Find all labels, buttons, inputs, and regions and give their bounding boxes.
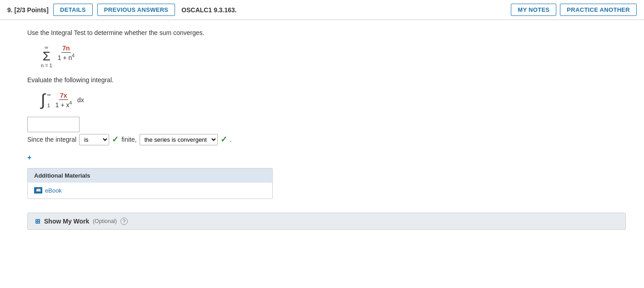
integral-limits: ∞ 1 <box>47 92 51 108</box>
check1-icon: ✓ <box>112 134 119 144</box>
summation-symbol: ∞ Σ n = 1 <box>41 45 52 68</box>
expand-icon: ⊞ <box>35 218 40 225</box>
answer-box-container <box>27 117 626 132</box>
plus-expand-link[interactable]: + <box>27 154 31 162</box>
show-my-work-section[interactable]: ⊞ Show My Work (Optional) ? <box>27 213 626 230</box>
question-label: 9. [2/3 Points] <box>7 6 49 14</box>
additional-materials-header: Additional Materials <box>28 169 272 183</box>
help-icon[interactable]: ? <box>120 218 128 225</box>
summation-block: ∞ Σ n = 1 7n 1 + n4 <box>41 45 626 68</box>
my-notes-button[interactable]: MY NOTES <box>511 4 556 16</box>
since-text: Since the integral <box>27 136 76 143</box>
finite-text: finite, <box>121 136 136 143</box>
show-my-work-label: Show My Work <box>44 218 89 225</box>
integral-instruction: Evaluate the following integral. <box>27 76 626 84</box>
previous-answers-button[interactable]: PREVIOUS ANSWERS <box>97 4 175 16</box>
ebook-link[interactable]: 📖 eBook <box>34 187 266 194</box>
summation-fraction: 7n 1 + n4 <box>57 45 75 61</box>
answer-input[interactable] <box>27 117 80 132</box>
show-my-work-optional: (Optional) <box>93 218 117 224</box>
integral-fraction: 7x 1 + x4 <box>55 92 73 109</box>
details-button[interactable]: DETAILS <box>53 4 93 16</box>
additional-materials-body: 📖 eBook <box>28 183 272 199</box>
dx-label: dx <box>77 96 84 104</box>
integral-expression: ∫ ∞ 1 7x 1 + x4 dx <box>41 92 84 109</box>
int-denominator: 1 + x4 <box>55 100 73 109</box>
integral-block: ∫ ∞ 1 7x 1 + x4 dx <box>41 92 626 109</box>
practice-another-button[interactable]: PRACTICE ANOTHER <box>560 4 637 16</box>
sigma-lower: n = 1 <box>41 63 52 68</box>
problem-statement: Use the Integral Test to determine wheth… <box>27 29 626 36</box>
ebook-label: eBook <box>45 187 62 194</box>
additional-materials-section: Additional Materials 📖 eBook <box>27 168 273 199</box>
sigma-symbol: Σ <box>43 50 50 63</box>
sum-numerator: 7n <box>61 45 70 53</box>
content-area: Use the Integral Test to determine wheth… <box>0 20 644 239</box>
series-conclusion-dropdown[interactable]: the series is convergent the series is d… <box>140 134 218 145</box>
int-numerator: 7x <box>59 92 68 100</box>
check2-icon: ✓ <box>220 134 227 144</box>
sum-denominator: 1 + n4 <box>57 53 75 61</box>
ebook-icon: 📖 <box>34 187 42 194</box>
since-line: Since the integral is is not ✓ finite, t… <box>27 134 626 145</box>
integral-sign: ∫ <box>41 92 45 108</box>
integral-condition-dropdown[interactable]: is is not <box>79 134 109 145</box>
period: . <box>230 136 232 143</box>
top-bar: 9. [2/3 Points] DETAILS PREVIOUS ANSWERS… <box>0 0 644 20</box>
problem-code: OSCALC1 9.3.163. <box>181 6 236 14</box>
